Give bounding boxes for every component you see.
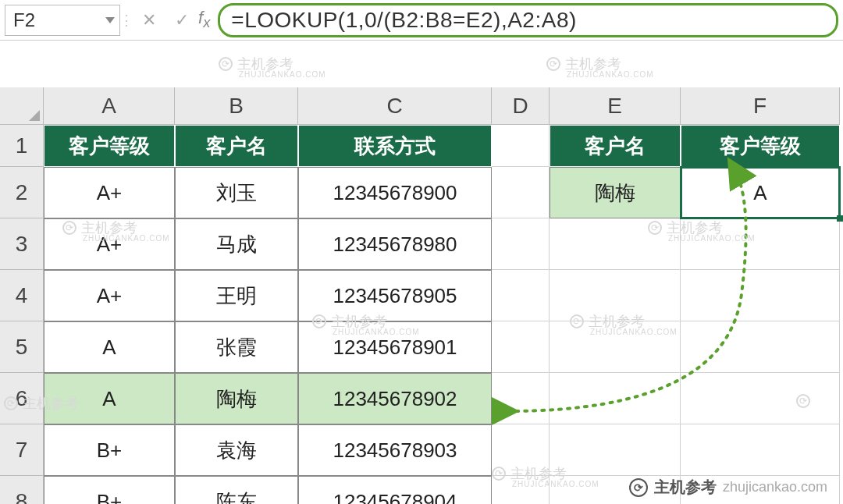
col-header-F[interactable]: F <box>681 87 840 125</box>
formula-input-wrap: =LOOKUP(1,0/(B2:B8=E2),A2:A8) <box>218 3 838 37</box>
cell-D4[interactable] <box>492 270 550 321</box>
cell-C5[interactable]: 12345678901 <box>298 321 492 373</box>
cell-E4[interactable] <box>550 270 681 321</box>
chevron-down-icon[interactable] <box>105 17 115 23</box>
divider: ⋮ <box>120 5 133 36</box>
table-row: 3 A+ 马成 12345678980 <box>0 218 843 270</box>
cell-D5[interactable] <box>492 321 550 373</box>
cell-D6[interactable] <box>492 373 550 424</box>
table-row: 2 A+ 刘玉 12345678900 陶梅 A <box>0 167 843 218</box>
name-box[interactable]: F2 <box>5 5 120 36</box>
cell-F5[interactable] <box>681 321 840 373</box>
cell-B4[interactable]: 王明 <box>175 270 298 321</box>
col-header-D[interactable]: D <box>492 87 550 125</box>
watermark-icon: ⟳ <box>546 57 560 71</box>
header-cell[interactable]: 客户名 <box>550 125 681 167</box>
cell-F3[interactable] <box>681 218 840 270</box>
cell-B3[interactable]: 马成 <box>175 218 298 270</box>
cell-reference: F2 <box>13 9 35 31</box>
cell-C3[interactable]: 12345678980 <box>298 218 492 270</box>
cell-D7[interactable] <box>492 424 550 476</box>
cell-A7[interactable]: B+ <box>44 424 175 476</box>
enter-icon[interactable]: ✓ <box>165 5 198 36</box>
header-cell[interactable]: 客户等级 <box>44 125 175 167</box>
brand-url: zhujicankao.com <box>723 479 827 495</box>
cell-B7[interactable]: 袁海 <box>175 424 298 476</box>
column-header-row: A B C D E F <box>0 87 843 125</box>
cancel-icon[interactable]: ✕ <box>133 5 165 36</box>
cell-D1[interactable] <box>492 125 550 167</box>
cell-D8[interactable] <box>492 476 550 504</box>
select-all-corner[interactable] <box>0 87 44 125</box>
col-header-A[interactable]: A <box>44 87 175 125</box>
table-row: 7 B+ 袁海 12345678903 <box>0 424 843 476</box>
cell-A6[interactable]: A <box>44 373 175 424</box>
watermark-icon: ⟳ <box>219 57 233 71</box>
cell-A8[interactable]: B+ <box>44 476 175 504</box>
table-row: 5 A 张霞 12345678901 <box>0 321 843 373</box>
cell-D3[interactable] <box>492 218 550 270</box>
row-header-6[interactable]: 6 <box>0 373 44 424</box>
row-header-2[interactable]: 2 <box>0 167 44 218</box>
cell-E5[interactable] <box>550 321 681 373</box>
cell-C8[interactable]: 12345678904 <box>298 476 492 504</box>
col-header-C[interactable]: C <box>298 87 492 125</box>
col-header-E[interactable]: E <box>550 87 681 125</box>
cell-E2[interactable]: 陶梅 <box>550 167 681 218</box>
cell-E3[interactable] <box>550 218 681 270</box>
cell-B2[interactable]: 刘玉 <box>175 167 298 218</box>
watermark-sub: ZHUJICANKAO.COM <box>567 70 654 79</box>
cell-A5[interactable]: A <box>44 321 175 373</box>
cell-value: A <box>753 181 767 205</box>
row-header-1[interactable]: 1 <box>0 125 44 167</box>
footer-brand: ⟳ 主机参考 zhujicankao.com <box>629 477 827 498</box>
brand-name: 主机参考 <box>654 477 717 498</box>
fx-icon[interactable]: fx <box>198 8 210 31</box>
cell-A4[interactable]: A+ <box>44 270 175 321</box>
cell-E7[interactable] <box>550 424 681 476</box>
row-header-8[interactable]: 8 <box>0 476 44 504</box>
cell-E6[interactable] <box>550 373 681 424</box>
cell-C6[interactable]: 12345678902 <box>298 373 492 424</box>
brand-icon: ⟳ <box>629 478 648 497</box>
watermark-text: 主机参考 <box>565 55 621 73</box>
row-header-5[interactable]: 5 <box>0 321 44 373</box>
cell-B8[interactable]: 陈东 <box>175 476 298 504</box>
watermark: ⟳ 主机参考 ZHUJICANKAO.COM <box>546 55 621 73</box>
row-header-4[interactable]: 4 <box>0 270 44 321</box>
cell-F4[interactable] <box>681 270 840 321</box>
row-header-7[interactable]: 7 <box>0 424 44 476</box>
table-row: 1 客户等级 客户名 联系方式 客户名 客户等级 <box>0 125 843 167</box>
cell-C4[interactable]: 12345678905 <box>298 270 492 321</box>
cell-F2-selected[interactable]: A <box>681 167 840 218</box>
header-cell[interactable]: 联系方式 <box>298 125 492 167</box>
formula-bar: F2 ⋮ ✕ ✓ fx =LOOKUP(1,0/(B2:B8=E2),A2:A8… <box>0 0 843 41</box>
header-cell[interactable]: 客户名 <box>175 125 298 167</box>
cell-B5[interactable]: 张霞 <box>175 321 298 373</box>
header-cell[interactable]: 客户等级 <box>681 125 840 167</box>
watermark-sub: ZHUJICANKAO.COM <box>239 70 326 79</box>
cell-B6[interactable]: 陶梅 <box>175 373 298 424</box>
table-row-highlighted: 6 A 陶梅 12345678902 <box>0 373 843 424</box>
table-row: 4 A+ 王明 12345678905 <box>0 270 843 321</box>
cell-F6[interactable] <box>681 373 840 424</box>
cell-C2[interactable]: 12345678900 <box>298 167 492 218</box>
cell-A3[interactable]: A+ <box>44 218 175 270</box>
col-header-B[interactable]: B <box>175 87 298 125</box>
watermark: ⟳ 主机参考 ZHUJICANKAO.COM <box>219 55 293 73</box>
row-header-3[interactable]: 3 <box>0 218 44 270</box>
fill-handle[interactable] <box>837 215 843 222</box>
watermark-text: 主机参考 <box>237 55 293 73</box>
cell-D2[interactable] <box>492 167 550 218</box>
cell-F7[interactable] <box>681 424 840 476</box>
formula-input[interactable]: =LOOKUP(1,0/(B2:B8=E2),A2:A8) <box>231 8 576 33</box>
spreadsheet-grid: A B C D E F 1 客户等级 客户名 联系方式 客户名 客户等级 2 A… <box>0 87 843 504</box>
cell-C7[interactable]: 12345678903 <box>298 424 492 476</box>
cell-A2[interactable]: A+ <box>44 167 175 218</box>
